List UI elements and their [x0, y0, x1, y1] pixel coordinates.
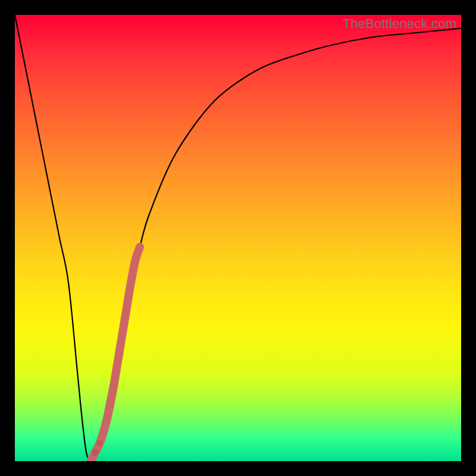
curve-layer: [15, 15, 461, 461]
watermark-text: TheBottleneck.com: [342, 16, 456, 32]
highlight-segment: [91, 247, 140, 461]
chart-frame: TheBottleneck.com: [0, 0, 476, 476]
highlight-dot: [97, 440, 103, 446]
highlight-dot: [92, 449, 99, 456]
bottleneck-curve: [15, 15, 461, 461]
plot-area: TheBottleneck.com: [15, 15, 461, 461]
